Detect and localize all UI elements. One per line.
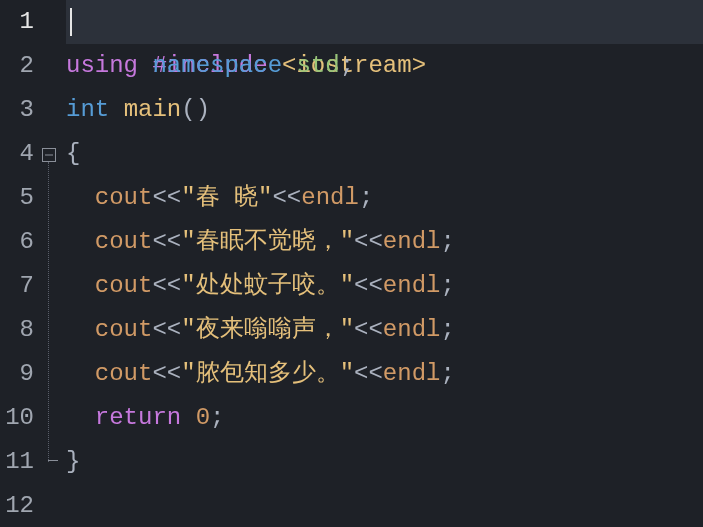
token-string: "处处蚊子咬。": [181, 272, 354, 299]
code-line[interactable]: cout<<"夜来嗡嗡声，"<<endl;: [66, 308, 703, 352]
line-number: 10: [0, 396, 34, 440]
code-line[interactable]: }: [66, 440, 703, 484]
line-number: 1: [0, 0, 34, 44]
token-brace: }: [66, 448, 80, 475]
token-punct: ;: [340, 52, 354, 79]
code-area[interactable]: #include <iostream> using namespace std;…: [62, 0, 703, 527]
line-number-gutter: 1 2 3 4 5 6 7 8 9 10 11 12: [0, 0, 40, 527]
code-line[interactable]: cout<<"处处蚊子咬。"<<endl;: [66, 264, 703, 308]
token-keyword: return: [95, 404, 181, 431]
text-cursor: [70, 8, 72, 36]
token-namespace: std: [296, 52, 339, 79]
line-number: 9: [0, 352, 34, 396]
token-function: main: [124, 96, 182, 123]
fold-toggle-icon[interactable]: [42, 148, 56, 162]
token-ident: cout: [95, 184, 153, 211]
token-punct: (): [181, 96, 210, 123]
token-string: "春 晓": [181, 184, 272, 211]
token-string: "夜来嗡嗡声，": [181, 316, 354, 343]
code-line[interactable]: return 0;: [66, 396, 703, 440]
token-type: int: [66, 96, 109, 123]
line-number: 2: [0, 44, 34, 88]
token-keyword: using: [66, 52, 138, 79]
fold-guide-line: [48, 162, 49, 462]
token-string: "春眠不觉晓，": [181, 228, 354, 255]
code-line[interactable]: #include <iostream>: [66, 0, 703, 44]
code-editor[interactable]: 1 2 3 4 5 6 7 8 9 10 11 12 #include <ios…: [0, 0, 703, 527]
code-line[interactable]: cout<<"春眠不觉晓，"<<endl;: [66, 220, 703, 264]
code-line[interactable]: cout<<"春 晓"<<endl;: [66, 176, 703, 220]
code-line[interactable]: using namespace std;: [66, 44, 703, 88]
token-keyword: namespace: [152, 52, 282, 79]
token-number: 0: [196, 404, 210, 431]
token-string: "脓包知多少。": [181, 360, 354, 387]
line-number: 5: [0, 176, 34, 220]
fold-gutter: [40, 0, 62, 527]
line-number: 6: [0, 220, 34, 264]
line-number: 12: [0, 484, 34, 527]
code-line[interactable]: [66, 484, 703, 527]
line-number: 3: [0, 88, 34, 132]
line-number: 4: [0, 132, 34, 176]
code-line[interactable]: {: [66, 132, 703, 176]
line-number: 8: [0, 308, 34, 352]
line-number: 7: [0, 264, 34, 308]
fold-end-marker: [48, 460, 58, 461]
token-brace: {: [66, 140, 80, 167]
code-line[interactable]: int main(): [66, 88, 703, 132]
token-ident: endl: [301, 184, 359, 211]
line-number: 11: [0, 440, 34, 484]
code-line[interactable]: cout<<"脓包知多少。"<<endl;: [66, 352, 703, 396]
